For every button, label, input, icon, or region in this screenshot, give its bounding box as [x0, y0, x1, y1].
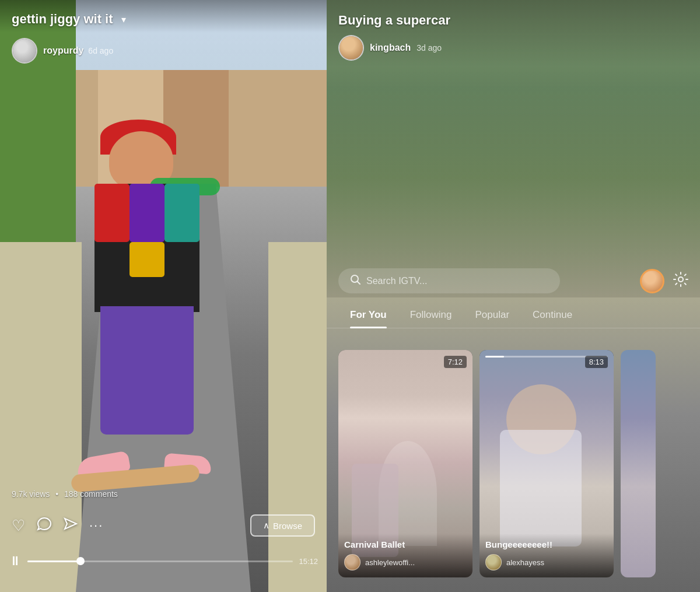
- thumb-1-bottom: Carnival Ballet ashleylewoffi...: [338, 534, 473, 577]
- left-video-panel: gettin jiggy wit it ▾ roypurdy 6d ago 9.…: [0, 0, 327, 592]
- left-user-name-time: roypurdy 6d ago: [43, 45, 113, 56]
- tabs-row: For You Following Popular Continue: [327, 303, 700, 328]
- search-icon: [350, 274, 360, 288]
- more-options-button[interactable]: ···: [89, 518, 103, 533]
- left-username[interactable]: roypurdy: [43, 45, 83, 56]
- search-placeholder-text: Search IGTV...: [366, 276, 427, 286]
- thumb-2-progress-fill: [485, 356, 504, 358]
- tab-for-you-label: For You: [350, 309, 387, 320]
- jacket-purple: [130, 184, 164, 242]
- right-video-title: Buying a supercar: [338, 13, 688, 28]
- skater-figure: [65, 114, 229, 475]
- comment-button[interactable]: [37, 517, 52, 534]
- thumb-2-user-row: alexhayess: [485, 554, 608, 570]
- jacket-red: [94, 184, 130, 242]
- right-user-info: kingbach 3d ago: [338, 35, 688, 61]
- thumb-1-username: ashleylewoffi...: [365, 558, 415, 567]
- svg-point-0: [351, 275, 358, 282]
- right-username[interactable]: kingbach: [370, 43, 411, 53]
- right-avatar-image: [340, 36, 363, 59]
- browse-button[interactable]: ∧ Browse: [250, 514, 315, 537]
- pants: [100, 306, 194, 435]
- tab-continue[interactable]: Continue: [521, 303, 584, 328]
- svg-point-2: [678, 277, 683, 282]
- browse-label: Browse: [273, 521, 302, 531]
- jacket: [94, 184, 200, 312]
- tab-continue-label: Continue: [533, 309, 572, 320]
- progress-dot[interactable]: [76, 557, 85, 565]
- thumbnails-row: 7:12 Carnival Ballet ashleylewoffi... 8:…: [338, 350, 700, 577]
- thumb-1-title: Carnival Ballet: [344, 540, 467, 549]
- thumb-2-bottom: Bungeeeeeeee!! alexhayess: [480, 534, 614, 577]
- comments-count: 188 comments: [64, 489, 118, 499]
- thumb-2-avatar: [485, 554, 502, 570]
- views-count: 9.7k views: [12, 489, 50, 499]
- left-actions-bar: ♡ ··· ∧ Browse: [0, 514, 327, 537]
- jacket-teal: [164, 184, 200, 242]
- thumb-1-duration: 7:12: [444, 356, 467, 368]
- tab-following[interactable]: Following: [398, 303, 464, 328]
- settings-icon[interactable]: [673, 272, 688, 290]
- thumb-2-username: alexhayess: [506, 558, 544, 567]
- thumb-1-avatar: [344, 554, 360, 570]
- thumb-1-user-row: ashleylewoffi...: [344, 554, 467, 570]
- right-avatar[interactable]: [338, 35, 364, 61]
- progress-bar-area[interactable]: ⏸ 15:12: [9, 554, 318, 569]
- left-stats: 9.7k views • 188 comments: [12, 489, 118, 499]
- right-video-panel: Buying a supercar kingbach 3d ago Search…: [327, 0, 700, 592]
- profile-bubble[interactable]: [640, 269, 664, 293]
- dot-separator: •: [55, 489, 58, 499]
- left-time-ago: 6d ago: [88, 46, 113, 55]
- browse-arrow-icon: ∧: [263, 520, 270, 531]
- search-right-icons: [640, 269, 688, 293]
- grass: [0, 0, 76, 245]
- left-avatar[interactable]: [12, 38, 37, 64]
- play-pause-button[interactable]: ⏸: [9, 554, 22, 569]
- avatar-image: [13, 39, 36, 62]
- left-user-info: roypurdy 6d ago: [12, 38, 113, 64]
- thumb-card-3-partial[interactable]: [621, 350, 656, 577]
- tab-for-you[interactable]: For You: [338, 303, 398, 328]
- jacket-yellow: [130, 242, 164, 277]
- thumb-3-bg: [621, 350, 656, 577]
- left-top-bar: gettin jiggy wit it ▾: [0, 0, 327, 33]
- tab-following-label: Following: [410, 309, 452, 320]
- right-top-bar: Buying a supercar kingbach 3d ago: [327, 0, 700, 66]
- thumb-2-duration: 8:13: [585, 356, 608, 368]
- progress-track[interactable]: [27, 561, 293, 562]
- tab-popular-label: Popular: [475, 309, 509, 320]
- search-box[interactable]: Search IGTV...: [338, 268, 560, 293]
- search-area: Search IGTV...: [327, 268, 700, 293]
- right-time-ago: 3d ago: [416, 43, 442, 52]
- sidewalk-right: [268, 242, 327, 592]
- thumb-card-2[interactable]: 8:13 Bungeeeeeeee!! alexhayess: [480, 350, 614, 577]
- thumb-2-title: Bungeeeeeeee!!: [485, 540, 608, 549]
- duration-text: 15:12: [299, 557, 318, 566]
- like-button[interactable]: ♡: [12, 517, 25, 535]
- head: [109, 131, 173, 190]
- left-video-title: gettin jiggy wit it: [12, 12, 113, 27]
- dropdown-arrow-icon[interactable]: ▾: [121, 14, 126, 25]
- svg-line-1: [358, 282, 360, 284]
- share-button[interactable]: [64, 517, 78, 534]
- progress-fill: [27, 561, 80, 562]
- thumb-card-1[interactable]: 7:12 Carnival Ballet ashleylewoffi...: [338, 350, 473, 577]
- tab-popular[interactable]: Popular: [463, 303, 521, 328]
